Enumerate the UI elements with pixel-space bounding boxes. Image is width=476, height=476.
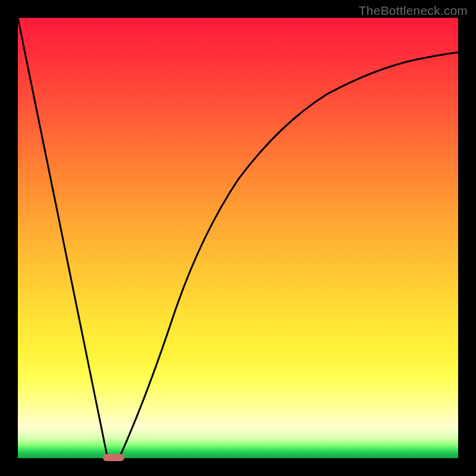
watermark-text: TheBottleneck.com: [359, 4, 468, 18]
optimal-marker: [103, 454, 124, 461]
chart-frame: [18, 18, 458, 458]
bottleneck-curve: [18, 18, 458, 458]
curve-path: [18, 18, 458, 456]
